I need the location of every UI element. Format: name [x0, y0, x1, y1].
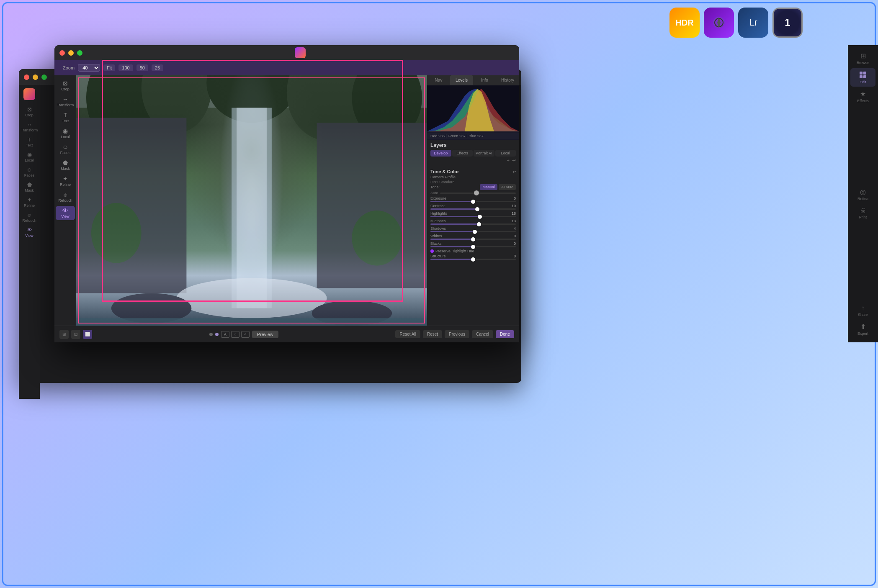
cancel-button[interactable]: Cancel	[472, 330, 493, 338]
panel-far-right: ⊞ Browse Edit ★ Effects ◎ Retina 🖨 Print…	[848, 45, 878, 342]
close-button[interactable]	[59, 50, 65, 56]
back-tool-retouch[interactable]: ⌾ Retouch	[20, 211, 39, 224]
tool-local[interactable]: ◉ Local	[56, 126, 75, 141]
structure-track[interactable]	[430, 259, 516, 260]
preview-button[interactable]: Preview	[252, 331, 278, 338]
layers-tab-effects[interactable]: Effects	[452, 150, 473, 157]
blacks-track[interactable]	[430, 246, 516, 247]
minimize-button[interactable]	[68, 50, 74, 56]
fit-button[interactable]: Fit	[103, 64, 115, 71]
tool-mask[interactable]: ⬟ Mask	[56, 158, 75, 172]
tool-transform[interactable]: ↔ Transform	[56, 95, 75, 109]
app-icons-bar: HDR Lr 1	[669, 8, 803, 38]
back-tool-refine[interactable]: ✦ Refine	[20, 195, 39, 209]
done-button[interactable]: Done	[496, 330, 514, 338]
shadows-thumb[interactable]	[473, 230, 477, 234]
slider-highlights: Highlights 18	[430, 211, 516, 217]
tone-manual-btn[interactable]: Manual	[480, 184, 497, 190]
whites-track[interactable]	[430, 239, 516, 240]
tone-color-undo[interactable]: ↩	[512, 169, 516, 174]
back-tool-text[interactable]: T Text	[20, 135, 39, 149]
back-app-logo	[23, 88, 35, 100]
far-right-edit[interactable]: Edit	[850, 68, 875, 87]
tab-levels[interactable]: Levels	[450, 75, 473, 85]
app-icon-on1[interactable]	[704, 8, 734, 38]
bottom-view-btn1[interactable]: ⊞	[59, 330, 69, 339]
slider-structure: Structure 0	[430, 254, 516, 260]
icon-box-a[interactable]: A	[221, 331, 229, 338]
adjust-panel[interactable]: Tone & Color ↩ Camera Profile ON1 Standa…	[427, 165, 519, 326]
icon-box-circle[interactable]: ○	[231, 331, 239, 338]
back-tool-view[interactable]: 👁 View	[20, 226, 39, 239]
bottom-view-btn2[interactable]: ⊡	[71, 330, 80, 339]
far-right-browse[interactable]: ⊞ Browse	[850, 49, 875, 67]
tab-nav[interactable]: Nav	[427, 75, 450, 85]
svg-rect-8	[76, 118, 186, 293]
far-right-print[interactable]: 🖨 Print	[850, 204, 875, 222]
midtones-thumb[interactable]	[477, 222, 481, 226]
bottom-center-controls: A ○ ✓ Preview	[209, 331, 278, 338]
highlights-thumb[interactable]	[478, 215, 482, 219]
whites-thumb[interactable]	[471, 237, 475, 241]
contrast-track[interactable]	[430, 208, 516, 210]
app-icon-one[interactable]: 1	[772, 8, 803, 38]
previous-button[interactable]: Previous	[445, 330, 469, 338]
blacks-thumb[interactable]	[471, 245, 475, 249]
tool-refine[interactable]: ✦ Refine	[56, 174, 75, 188]
slider-whites: Whites 0	[430, 234, 516, 240]
zoom-50-button[interactable]: 50	[136, 64, 148, 71]
layers-title: Layers	[430, 142, 516, 148]
structure-thumb[interactable]	[471, 257, 475, 262]
histogram-container: Red 236 | Green 237 | Blue 237	[427, 85, 519, 140]
zoom-100-button[interactable]: 100	[118, 64, 133, 71]
tab-history[interactable]: History	[496, 75, 519, 85]
icon-box-check[interactable]: ✓	[241, 331, 250, 338]
maximize-button-back[interactable]	[41, 74, 47, 80]
exposure-track[interactable]	[430, 201, 516, 202]
close-button-back[interactable]	[24, 74, 29, 80]
icon-row: A ○ ✓	[221, 331, 250, 338]
reset-all-button[interactable]: Reset All	[395, 330, 420, 338]
far-right-export[interactable]: ⬆ Export	[850, 320, 875, 338]
layers-tab-portrait[interactable]: Portrait AI	[474, 150, 494, 157]
bottom-view-btn3[interactable]: ⬜	[83, 330, 92, 339]
maximize-button[interactable]	[77, 50, 82, 56]
zoom-select[interactable]: 40 25 50 100	[78, 64, 100, 72]
back-tool-local[interactable]: ◉ Local	[20, 150, 39, 164]
layers-add-icon[interactable]: +	[507, 158, 510, 163]
layers-tab-local[interactable]: Local	[495, 150, 516, 157]
tool-retouch[interactable]: ⌾ Retouch	[56, 190, 75, 204]
tab-info[interactable]: Info	[473, 75, 496, 85]
auto-track[interactable]	[440, 193, 516, 194]
tool-faces[interactable]: ☺ Faces	[56, 142, 75, 157]
tone-ai-auto-btn[interactable]: AI Auto	[499, 184, 516, 190]
main-app-logo	[295, 47, 306, 58]
reset-button[interactable]: Reset	[423, 330, 442, 338]
back-tool-faces[interactable]: ☺ Faces	[20, 165, 39, 179]
far-right-share[interactable]: ↑ Share	[850, 302, 875, 319]
highlights-track[interactable]	[430, 216, 516, 217]
minimize-button-back[interactable]	[33, 74, 38, 80]
midtones-track[interactable]	[430, 223, 516, 225]
canvas-area[interactable]	[76, 75, 427, 326]
far-right-effects[interactable]: ★ Effects	[850, 87, 875, 105]
tool-crop[interactable]: ⊠ Crop	[56, 79, 75, 93]
app-icon-hdr[interactable]: HDR	[669, 8, 700, 38]
layers-actions: + ↩	[430, 158, 516, 163]
svg-rect-21	[860, 75, 863, 78]
back-tool-crop[interactable]: ⊠ Crop	[20, 105, 39, 118]
far-right-retina[interactable]: ◎ Retina	[850, 185, 875, 203]
back-tool-transform[interactable]: ↔ Transform	[20, 120, 39, 134]
layers-tabs: Develop Effects Portrait AI Local	[430, 150, 516, 157]
preserve-highlight-checkbox[interactable]	[430, 249, 434, 253]
tool-view[interactable]: 👁 View	[56, 206, 75, 220]
layers-undo-icon[interactable]: ↩	[512, 158, 516, 163]
app-icon-lr[interactable]: Lr	[738, 8, 768, 38]
contrast-thumb[interactable]	[475, 207, 479, 211]
exposure-thumb[interactable]	[471, 200, 475, 204]
layers-tab-develop[interactable]: Develop	[430, 150, 451, 157]
zoom-25-button[interactable]: 25	[152, 64, 163, 71]
back-tool-mask[interactable]: ⬟ Mask	[20, 180, 39, 194]
tool-text[interactable]: T Text	[56, 110, 75, 125]
shadows-track[interactable]	[430, 231, 516, 232]
